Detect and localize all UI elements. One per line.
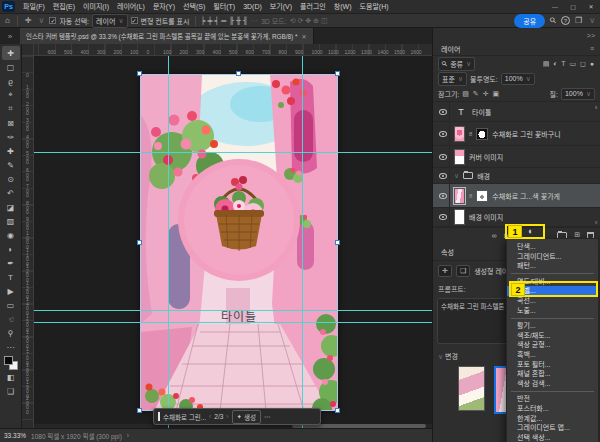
menu-file[interactable]: 파일(F) (19, 0, 49, 14)
share-button[interactable]: 공유 (514, 14, 545, 28)
layer-filter-type-icons[interactable]: ▤ ◐ T ▭ ◻ ● (543, 60, 595, 68)
layer-row-cover-image[interactable]: 커버 이미지 (433, 146, 600, 168)
menu-item-gradient-map[interactable]: 그레이디언트 맵... (507, 423, 598, 433)
quick-mask-icon[interactable]: ◧ (2, 370, 20, 384)
layer-group-background[interactable]: ∨ 배경 (433, 168, 600, 184)
gradient-tool[interactable]: ▨ (2, 214, 20, 228)
zoom-tool[interactable]: ⚲ (2, 326, 20, 340)
menu-select[interactable]: 선택(S) (179, 0, 209, 14)
chevron-down-icon[interactable]: ∨ (587, 16, 597, 25)
menu-item-invert[interactable]: 반전 (507, 394, 598, 404)
status-chevron-icon[interactable]: › (127, 432, 129, 439)
layer-row-flower-shop-selected[interactable]: 8 수채화로 그...색 꽃가게 (433, 184, 600, 208)
frame-tool[interactable]: ⊠ (2, 116, 20, 130)
transform-handle-nw[interactable] (137, 71, 142, 76)
visibility-eye-icon[interactable] (437, 184, 450, 207)
foreground-color-swatch[interactable] (4, 356, 13, 365)
menu-item-selective-color[interactable]: 선택 색상... (507, 433, 598, 442)
tab-close-icon[interactable]: ✕ (302, 33, 307, 40)
lasso-tool[interactable]: ϱ (2, 74, 20, 88)
layer-mask-thumbnail[interactable] (476, 128, 488, 140)
close-icon[interactable]: ✕ (582, 0, 600, 13)
menu-item-black-white[interactable]: 흑백... (507, 350, 598, 360)
layer-thumbnail[interactable] (454, 209, 465, 225)
menu-3d[interactable]: 3D(D) (239, 0, 266, 14)
menu-item-posterize[interactable]: 포스터화... (507, 404, 598, 414)
move-tool-preset-icon[interactable]: ✛ (23, 16, 34, 25)
collapse-panels-icon[interactable]: >> (587, 32, 595, 39)
workspace-switcher-icon[interactable]: ❐ (573, 16, 584, 25)
crop-tool[interactable]: ⌗ (2, 102, 20, 116)
menu-item-photo-filter[interactable]: 포토 필터... (507, 360, 598, 370)
eyedropper-tool[interactable]: ✑ (2, 130, 20, 144)
collapse-toolbar-icon[interactable]: » (0, 28, 20, 44)
object-selection-tool[interactable]: ⌖ (2, 88, 20, 102)
group-caret-icon[interactable]: ∨ (454, 172, 459, 180)
menu-item-threshold[interactable]: 한계값... (507, 414, 598, 424)
adjustment-layer-icon[interactable]: ◐ (528, 226, 533, 236)
visibility-eye-icon[interactable] (437, 168, 450, 183)
menu-help[interactable]: 도움말(H) (356, 0, 393, 14)
scroll-down-icon[interactable]: ∨ (594, 219, 598, 225)
layer-thumbnail[interactable] (454, 188, 465, 204)
prev-variation-icon[interactable]: ‹ (209, 413, 211, 420)
shape-tool[interactable]: ▭ (2, 298, 20, 312)
variations-caret-icon[interactable]: ∨ (438, 353, 443, 360)
menu-edit[interactable]: 편집(E) (49, 0, 79, 14)
mask-badge-icon[interactable]: ❏ (456, 265, 470, 277)
visibility-eye-icon[interactable] (437, 102, 450, 121)
blend-mode-dropdown[interactable]: 표준 ∨ (438, 72, 467, 86)
layer-thumbnail[interactable] (454, 126, 465, 142)
home-icon[interactable]: ⌂ (3, 16, 12, 25)
distribute-icons[interactable]: ╟ ╫ ╢ (229, 17, 248, 24)
dodge-tool[interactable]: ◗ (2, 242, 20, 256)
chevron-down-icon[interactable]: ∨ (37, 16, 47, 25)
blur-tool[interactable]: ◉ (2, 228, 20, 242)
visibility-eye-icon[interactable] (437, 146, 450, 167)
gen-prompt-field[interactable]: 수채화로 그린... (163, 412, 206, 422)
document-tab[interactable]: 인스타 커버 템플릿.psd @ 33.3% (수채화로 그린 파스텔톤 골목길… (20, 28, 314, 44)
menu-image[interactable]: 이미지(I) (79, 0, 113, 14)
layer-filter-dropdown[interactable]: ⚲ 종류 ∨ (438, 57, 475, 71)
menu-item-channel-mixer[interactable]: 채널 혼합... (507, 369, 598, 379)
menu-item-color-balance[interactable]: 색상 균형... (507, 340, 598, 350)
minimize-icon[interactable]: — (546, 0, 564, 13)
healing-brush-tool[interactable]: ✚ (2, 144, 20, 158)
help-icon[interactable]: ? (561, 16, 570, 25)
maximize-icon[interactable]: ▢ (564, 0, 582, 13)
horizontal-ruler[interactable]: 6005004003002001000100200300400500600700… (22, 44, 432, 56)
link-layers-icon[interactable]: ∞ (492, 232, 497, 239)
layer-mask-thumbnail[interactable] (476, 190, 488, 202)
menu-item-hue-saturation[interactable]: 색조/채도... (507, 331, 598, 341)
visibility-eye-icon[interactable] (437, 208, 450, 226)
menu-type[interactable]: 문자(Y) (149, 0, 179, 14)
transform-handle-sw[interactable] (137, 408, 142, 413)
menu-item-gradient[interactable]: 그레이디언트... (507, 252, 598, 262)
auto-select-dropdown[interactable]: 레이어 ∨ (92, 14, 127, 28)
next-variation-icon[interactable]: › (226, 413, 228, 420)
tab-layers[interactable]: 레이어 (441, 44, 460, 54)
menu-item-exposure[interactable]: 노출... (507, 306, 598, 316)
panel-menu-icon[interactable]: ≡ (590, 45, 594, 52)
move-tool[interactable]: ✛ (2, 46, 20, 60)
layer-row-flower-basket[interactable]: 8 수채화로 그린 꽃바구니 (433, 122, 600, 146)
edit-toolbar-icon[interactable]: ⋯ (2, 340, 20, 354)
vertical-ruler[interactable]: 0100200300400500600700800900100011001200… (22, 56, 34, 428)
path-selection-tool[interactable]: ▶ (2, 284, 20, 298)
visibility-eye-icon[interactable] (437, 122, 450, 145)
transform-handle-ne[interactable] (335, 71, 340, 76)
color-swatches[interactable] (4, 356, 18, 370)
menu-plugins[interactable]: 플러그인 (296, 0, 330, 14)
transform-icon[interactable]: ✛ (438, 265, 452, 277)
mask-link-icon[interactable]: 8 (469, 193, 472, 199)
eraser-tool[interactable]: ◪ (2, 200, 20, 214)
hand-tool[interactable]: ☜ (2, 312, 20, 326)
type-tool[interactable]: T (2, 270, 20, 284)
search-icon[interactable]: ⚲ (546, 14, 559, 27)
transform-handle-n[interactable] (236, 71, 241, 76)
more-options-icon[interactable]: ⋯ (264, 413, 271, 421)
menu-layer[interactable]: 레이어(L) (113, 0, 149, 14)
menu-item-vibrance[interactable]: 활기... (507, 321, 598, 331)
marquee-tool[interactable]: ▢ (2, 60, 20, 74)
auto-select-checkbox[interactable]: ✓ (49, 17, 56, 24)
